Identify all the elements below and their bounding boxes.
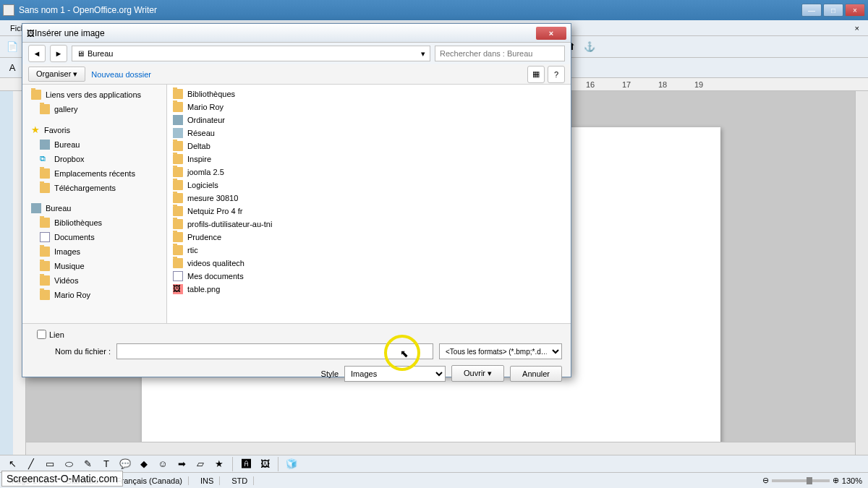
file-item[interactable]: Netquiz Pro 4 fr xyxy=(167,205,571,218)
horizontal-scrollbar[interactable] xyxy=(26,442,855,455)
vertical-scrollbar[interactable] xyxy=(855,91,868,458)
file-item[interactable]: rtic xyxy=(167,244,571,257)
file-item[interactable]: Mario Roy xyxy=(167,100,571,114)
view-icons-icon[interactable]: ▦ xyxy=(527,66,545,83)
new-doc-icon[interactable]: 📄 xyxy=(4,39,20,55)
file-item[interactable]: videos qualitech xyxy=(167,257,571,270)
text-icon[interactable]: T xyxy=(98,456,114,472)
file-list[interactable]: Bibliothèques Mario Roy Ordinateur Résea… xyxy=(167,85,571,323)
pointer-icon[interactable]: ↖ xyxy=(4,456,20,472)
flowchart-icon[interactable]: ▱ xyxy=(192,456,208,472)
sidebar-item-dropbox[interactable]: ⧉Dropbox xyxy=(22,152,166,166)
lien-label: Lien xyxy=(49,330,64,339)
minimize-button[interactable]: — xyxy=(801,4,822,17)
styles-icon[interactable]: A xyxy=(4,60,20,76)
status-ins[interactable]: INS xyxy=(195,476,220,485)
statusbar: Page 1 / 1 Standard Français (Canada) IN… xyxy=(0,472,868,488)
style-label: Style xyxy=(259,369,339,378)
insert-image-dialog: 🖼 Insérer une image × ◄ ► 🖥 Bureau ▾ Org… xyxy=(22,23,571,377)
sidebar-item-videos[interactable]: Vidéos xyxy=(22,273,166,288)
file-item[interactable]: joomla 2.5 xyxy=(167,166,571,179)
sidebar-item-downloads[interactable]: Téléchargements xyxy=(22,181,166,195)
shapes-icon[interactable]: ◆ xyxy=(136,456,152,472)
fontwork-icon[interactable]: 🅰 xyxy=(238,456,254,472)
symbol-icon[interactable]: ☺ xyxy=(155,456,171,472)
sidebar-item-recents[interactable]: Emplacements récents xyxy=(22,166,166,181)
zoom-value[interactable]: 130% xyxy=(842,476,862,485)
maximize-button[interactable]: □ xyxy=(823,4,843,17)
desktop-icon: 🖥 xyxy=(77,49,85,58)
zoom-in-icon[interactable]: ⊕ xyxy=(833,476,839,485)
watermark: Screencast-O-Matic.com xyxy=(1,471,123,487)
file-item[interactable]: Logiciels xyxy=(167,179,571,192)
lien-checkbox[interactable] xyxy=(37,330,46,339)
file-item[interactable]: Deltab xyxy=(167,140,571,153)
search-all-icon[interactable]: ⚓ xyxy=(582,39,597,55)
file-item[interactable]: mesure 30810 xyxy=(167,192,571,205)
style-select[interactable]: Images xyxy=(344,366,446,382)
line-icon[interactable]: ╱ xyxy=(23,456,39,472)
rect-icon[interactable]: ▭ xyxy=(42,456,58,472)
window-title: Sans nom 1 - OpenOffice.org Writer xyxy=(19,5,801,15)
chevron-down-icon[interactable]: ▾ xyxy=(421,49,425,59)
sidebar-item-biblio[interactable]: Bibliothèques xyxy=(22,215,166,230)
sidebar-bureau-header[interactable]: Bureau xyxy=(22,201,166,215)
app-icon xyxy=(3,4,14,16)
doc-close-icon[interactable]: × xyxy=(851,22,864,34)
drawing-toolbar: ↖ ╱ ▭ ⬭ ✎ T 💬 ◆ ☺ ➡ ▱ ★ 🅰 🖼 🧊 xyxy=(0,455,868,472)
cancel-button[interactable]: Annuler xyxy=(510,366,562,382)
file-item[interactable]: profils-dutilisateur-au-tni xyxy=(167,218,571,231)
close-button[interactable]: × xyxy=(845,4,865,17)
sidebar-item-musique[interactable]: Musique xyxy=(22,259,166,273)
zoom-slider[interactable] xyxy=(772,479,830,482)
sidebar-item-images[interactable]: Images xyxy=(22,244,166,259)
file-item[interactable]: Prudence xyxy=(167,231,571,244)
sidebar-item-gallery[interactable]: gallery xyxy=(22,102,166,116)
sidebar-item-bureau[interactable]: Bureau xyxy=(22,137,166,152)
ellipse-icon[interactable]: ⬭ xyxy=(61,456,77,472)
breadcrumb[interactable]: 🖥 Bureau ▾ xyxy=(72,46,430,61)
zoom-out-icon[interactable]: ⊖ xyxy=(762,476,769,485)
sidebar-links-header[interactable]: Liens vers des applications xyxy=(22,87,166,102)
file-item[interactable]: Inspire xyxy=(167,153,571,166)
stars-icon[interactable]: ★ xyxy=(211,456,227,472)
open-button[interactable]: Ouvrir ▾ xyxy=(451,365,504,382)
file-item[interactable]: 🖼table.png xyxy=(167,283,571,296)
extrusion-icon[interactable]: 🧊 xyxy=(284,456,299,472)
dialog-sidebar: Liens vers des applications gallery ★Fav… xyxy=(22,85,167,323)
nav-back-icon[interactable]: ◄ xyxy=(28,45,46,62)
dialog-icon: 🖼 xyxy=(27,29,35,38)
view-help-icon[interactable]: ? xyxy=(548,66,565,83)
from-file-icon[interactable]: 🖼 xyxy=(257,456,273,472)
filename-label: Nom du fichier : xyxy=(31,347,111,356)
dialog-search-input[interactable] xyxy=(435,46,565,61)
filename-input[interactable] xyxy=(116,343,433,359)
sidebar-item-docs[interactable]: Documents xyxy=(22,230,166,244)
sidebar-item-marioroy[interactable]: Mario Roy xyxy=(22,288,166,302)
callout-icon[interactable]: 💬 xyxy=(117,456,133,472)
file-item[interactable]: Mes documents xyxy=(167,270,571,283)
filter-select[interactable]: <Tous les formats> (*.bmp;*.d… xyxy=(439,343,562,359)
file-item[interactable]: Ordinateur xyxy=(167,114,571,127)
new-folder-link[interactable]: Nouveau dossier xyxy=(91,70,151,79)
window-titlebar: Sans nom 1 - OpenOffice.org Writer — □ × xyxy=(0,0,868,20)
file-item[interactable]: Réseau xyxy=(167,127,571,140)
freeform-icon[interactable]: ✎ xyxy=(80,456,95,472)
dialog-close-button[interactable]: × xyxy=(536,27,566,40)
dialog-title: Insérer une image xyxy=(35,28,536,38)
arrow-icon[interactable]: ➡ xyxy=(174,456,190,472)
organiser-button[interactable]: Organiser ▾ xyxy=(28,67,85,82)
file-item[interactable]: Bibliothèques xyxy=(167,87,571,100)
sidebar-favoris-header[interactable]: ★Favoris xyxy=(22,122,166,137)
nav-fwd-icon[interactable]: ► xyxy=(50,45,67,62)
status-std[interactable]: STD xyxy=(226,476,254,485)
